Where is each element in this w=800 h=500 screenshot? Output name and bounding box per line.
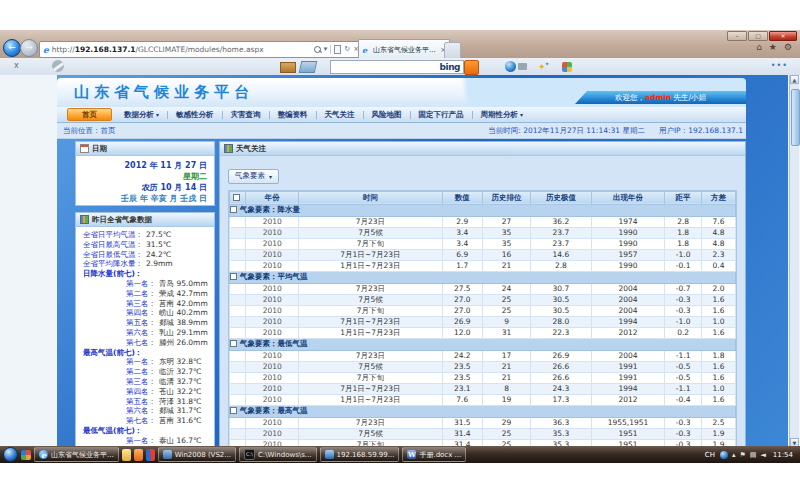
highlight-tool-icon[interactable]: ✦✦ xyxy=(538,60,550,73)
rank-row: 第四名：崂山 40.2mm xyxy=(76,308,214,318)
table-row[interactable]: 20107月5候27.02530.52004-0.31.6 xyxy=(230,294,736,305)
table-row[interactable]: 20107月23日27.52430.72004-0.72.0 xyxy=(230,283,736,294)
toolbar-more-button[interactable]: ••• xyxy=(771,61,788,70)
maximize-button[interactable]: ▢ xyxy=(748,31,768,41)
rank-label: 第三名： xyxy=(126,377,156,386)
rank-label: 第二名： xyxy=(126,289,156,298)
nav-item-3[interactable]: 灾害查询 xyxy=(223,110,269,120)
nav-item-1[interactable]: 数据分析▾ xyxy=(116,110,167,120)
volume-icon[interactable]: ◄ xyxy=(760,451,765,459)
group-row[interactable]: 气象要素：降水量 xyxy=(230,204,736,216)
table-row[interactable]: 20101月1日~7月23日12.03122.320120.21.6 xyxy=(230,327,736,338)
tools-gear-icon[interactable]: ⚙ xyxy=(784,42,792,52)
minimize-button[interactable]: – xyxy=(727,31,747,41)
table-row[interactable]: 20107月5候3.43523.719901.84.8 xyxy=(230,227,736,238)
scroll-up-arrow[interactable]: ▲ xyxy=(790,75,799,84)
table-row[interactable]: 20107月1日~7月23日6.91614.61957-1.02.3 xyxy=(230,249,736,260)
network-status-icon[interactable]: ▤ xyxy=(750,451,757,459)
element-filter-button[interactable]: 气象要素▾ xyxy=(228,169,279,184)
table-row[interactable]: 20107月23日2.92736.219742.87.6 xyxy=(230,216,736,227)
taskbar-button-vm[interactable]: Win2008 (VS2... xyxy=(158,447,236,462)
table-row[interactable]: 20107月下旬3.43523.719901.84.8 xyxy=(230,238,736,249)
cell: 23.5 xyxy=(442,361,482,372)
address-bar[interactable]: e http://192.168.137.1/GLCCLIMATE/module… xyxy=(39,41,363,58)
vertical-scrollbar[interactable]: ▲ ▼ xyxy=(789,75,799,447)
language-indicator[interactable]: CH xyxy=(705,451,715,459)
cell: 2.8 xyxy=(531,260,592,271)
group-row[interactable]: 气象要素：最低气温 xyxy=(230,338,736,350)
back-button[interactable]: ← xyxy=(3,39,21,57)
ball-pinned-icon[interactable] xyxy=(146,449,155,461)
folder-pinned-icon[interactable] xyxy=(122,449,131,461)
group-row[interactable]: 气象要素：最高气温 xyxy=(230,405,736,417)
table-row[interactable]: 20101月1日~7月23日7.61917.32012-0.41.6 xyxy=(230,394,736,405)
checkbox-icon[interactable] xyxy=(230,407,237,414)
browser-tab[interactable]: e 山东省气候业务平... × xyxy=(358,39,450,59)
send-mail-icon[interactable] xyxy=(299,61,318,73)
bing-search-input[interactable]: bing xyxy=(330,60,464,74)
taskbar-clock[interactable]: 11:54 xyxy=(773,451,793,459)
search-go-button[interactable] xyxy=(464,60,479,75)
taskbar-button-ie[interactable]: e山东省气候业务平... xyxy=(34,447,119,462)
site-background: 山东省气候业务平台 欢迎您，admin 先生/小姐 首页数据分析▾敏感性分析灾害… xyxy=(57,75,788,447)
action-center-flag-icon[interactable]: ⚑ xyxy=(740,451,746,459)
table-row[interactable]: 20101月1日~7月23日1.7212.81990-0.10.4 xyxy=(230,260,736,271)
table-row[interactable]: 20107月23日24.21726.92004-1.11.8 xyxy=(230,350,736,361)
nav-item-4[interactable]: 整编资料 xyxy=(270,110,316,120)
rank-row: 第五名：郯城 38.9mm xyxy=(76,318,214,328)
main-nav: 首页数据分析▾敏感性分析灾害查询整编资料天气关注风险地图固定下行产品周期性分析▾ xyxy=(57,107,746,123)
rank-label: 第四名： xyxy=(126,387,156,396)
taskbar-button-rdp[interactable]: 192.168.59.99... xyxy=(320,447,400,462)
show-hidden-icons[interactable]: ▴ xyxy=(732,451,736,459)
toolbar-logo-icon[interactable] xyxy=(52,60,64,72)
start-button[interactable] xyxy=(3,447,18,462)
forward-button[interactable]: → xyxy=(20,39,38,57)
favorites-star-icon[interactable]: ★ xyxy=(769,42,777,52)
date-panel-header: 日期 xyxy=(76,142,214,156)
cell: 2.9 xyxy=(442,216,482,227)
group-row[interactable]: 气象要素：平均气温 xyxy=(230,271,736,283)
cell: 24.3 xyxy=(531,383,592,394)
checkbox-icon[interactable] xyxy=(230,340,237,347)
table-row[interactable]: 20107月下旬23.52126.61991-0.51.6 xyxy=(230,372,736,383)
weather-panel: 天气关注 气象要素▾ 年份时间数值历史排位历史极值 xyxy=(219,141,746,447)
rank-value: 莒南 31.6℃ xyxy=(159,416,202,425)
tab-title: 山东省气候业务平... xyxy=(373,45,437,55)
card-icon[interactable] xyxy=(280,62,296,73)
refresh-icon[interactable]: ↻ xyxy=(344,46,350,53)
column-header: 时间 xyxy=(299,191,442,204)
stat-value: 27.5℃ xyxy=(146,230,171,239)
cell: 1957 xyxy=(591,249,664,260)
scrollbar-thumb[interactable] xyxy=(791,89,800,146)
nav-item-8[interactable]: 周期性分析▾ xyxy=(473,110,532,120)
quick-launch-icon[interactable] xyxy=(21,450,31,460)
taskbar-button-cmd[interactable]: C:\C:\Windows\s... xyxy=(239,447,317,462)
checkbox-icon[interactable] xyxy=(230,273,237,280)
nav-item-6[interactable]: 风险地图 xyxy=(364,110,410,120)
cell: 7月下旬 xyxy=(299,238,442,249)
table-row[interactable]: 20107月5候23.52126.61991-0.51.6 xyxy=(230,361,736,372)
taskbar-button-word[interactable]: W手册.docx ... xyxy=(402,447,466,462)
table-row[interactable]: 20107月23日31.52936.31955,1951-0.32.5 xyxy=(230,417,736,428)
table-row[interactable]: 20107月1日~7月23日26.9928.01994-1.01.0 xyxy=(230,316,736,327)
table-row[interactable]: 20107月5候31.42535.31951-0.31.9 xyxy=(230,428,736,439)
nav-item-5[interactable]: 天气关注 xyxy=(317,110,363,120)
rank-label: 第二名： xyxy=(126,367,156,376)
table-row[interactable]: 20107月1日~7月23日23.1824.31994-1.11.0 xyxy=(230,383,736,394)
select-all-checkbox[interactable] xyxy=(230,191,246,204)
table-row[interactable]: 20107月下旬27.02530.52004-0.31.6 xyxy=(230,305,736,316)
home-icon[interactable]: ⌂ xyxy=(756,42,762,52)
compatibility-view-icon[interactable] xyxy=(334,45,341,54)
chevron-down-icon[interactable]: ▾ xyxy=(324,46,328,53)
network-globe-icon[interactable] xyxy=(720,451,728,459)
close-button[interactable]: × xyxy=(769,31,797,41)
checkbox-icon[interactable] xyxy=(230,206,237,213)
nav-item-2[interactable]: 敏感性分析 xyxy=(168,110,222,120)
nav-item-0[interactable]: 首页 xyxy=(67,108,112,121)
share-tool-icon[interactable] xyxy=(562,60,572,73)
search-icon[interactable] xyxy=(314,46,321,53)
media-pinned-icon[interactable] xyxy=(134,449,143,461)
video-tool-icon[interactable] xyxy=(505,60,527,73)
toolbar-close-button[interactable]: x xyxy=(14,61,19,70)
nav-item-7[interactable]: 固定下行产品 xyxy=(411,110,472,120)
